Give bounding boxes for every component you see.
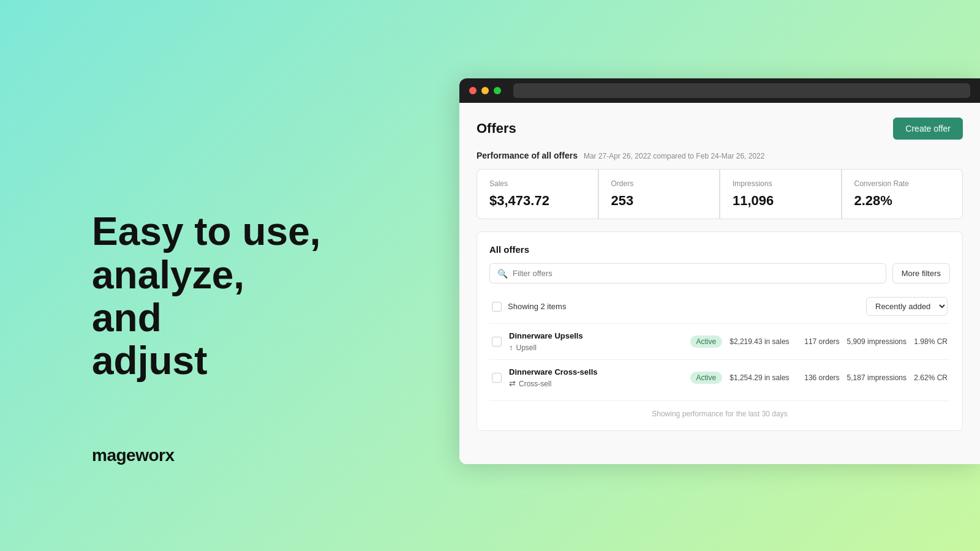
metric-value: 253 [611,193,707,209]
offer-cr: 2.62% CR [914,373,948,382]
offer-type-icon: ↑ [509,343,513,352]
search-wrapper: 🔍 [489,263,886,283]
metric-label: Conversion Rate [854,179,951,188]
left-panel: Easy to use, analyze, and adjust magewor… [0,0,361,551]
offer-type: ⇄ Cross-sell [509,379,683,388]
offer-orders: 136 orders [797,373,840,382]
performance-header: Performance of all offers Mar 27-Apr 26,… [477,151,963,160]
minimize-button-icon[interactable] [481,87,489,94]
more-filters-button[interactable]: More filters [892,263,950,283]
sort-select[interactable]: Recently addedNameSalesOrders [866,297,948,316]
performance-date-range: Mar 27-Apr 26, 2022 compared to Feb 24-M… [584,152,765,160]
showing-count-row: Showing 2 items [492,302,566,312]
offer-info: Dinnerware Upsells ↑ Upsell [509,331,683,352]
performance-title: Performance of all offers [477,151,578,160]
close-button-icon[interactable] [469,87,477,94]
search-input[interactable] [513,264,878,283]
app-content: Offers Create offer Performance of all o… [459,103,980,464]
page-header: Offers Create offer [477,118,963,140]
metric-value: 11,096 [733,193,829,209]
all-offers-section: All offers 🔍 More filters Showing 2 item… [477,231,963,431]
metric-label: Orders [611,179,707,188]
offer-checkbox[interactable] [492,373,502,383]
browser-window: Offers Create offer Performance of all o… [459,78,980,464]
offer-type-label: Cross-sell [519,380,551,388]
filter-row: 🔍 More filters [489,263,950,283]
metric-card: Impressions 11,096 [720,170,841,219]
offer-sales: $1,254.29 in sales [729,373,789,382]
offer-orders: 117 orders [797,337,840,346]
select-all-checkbox[interactable] [492,302,502,312]
offer-name: Dinnerware Upsells [509,331,683,340]
metric-value: 2.28% [854,193,951,209]
showing-count-text: Showing 2 items [508,302,566,311]
metric-card: Sales $3,473.72 [477,170,598,219]
metric-card: Conversion Rate 2.28% [842,170,963,219]
page-title: Offers [477,121,516,137]
offer-type-icon: ⇄ [509,379,516,388]
offer-info: Dinnerware Cross-sells ⇄ Cross-sell [509,367,683,388]
all-offers-title: All offers [489,244,950,255]
offer-name: Dinnerware Cross-sells [509,367,683,377]
status-badge: Active [690,335,723,348]
metric-card: Orders 253 [599,170,720,219]
offer-type: ↑ Upsell [509,343,683,352]
url-bar [513,83,970,98]
offer-cr: 1.98% CR [914,337,948,346]
offer-row: Dinnerware Cross-sells ⇄ Cross-sell Acti… [489,359,950,395]
metric-label: Impressions [733,179,829,188]
offer-checkbox[interactable] [492,337,502,347]
status-badge: Active [690,372,723,384]
metric-label: Sales [489,179,586,188]
browser-chrome [459,78,980,103]
hero-text: Easy to use, analyze, and adjust [92,210,325,383]
offer-type-label: Upsell [516,343,537,352]
offer-impressions: 5,909 impressions [847,337,907,346]
metric-value: $3,473.72 [489,193,586,209]
brand-logo: mageworx [92,446,325,465]
offer-row: Dinnerware Upsells ↑ Upsell Active $2,21… [489,323,950,359]
offers-list: Dinnerware Upsells ↑ Upsell Active $2,21… [489,323,950,395]
list-header: Showing 2 items Recently addedNameSalesO… [489,292,950,321]
offer-impressions: 5,187 impressions [847,373,907,382]
offer-sales: $2,219.43 in sales [729,337,789,346]
fullscreen-button-icon[interactable] [494,87,501,94]
create-offer-button[interactable]: Create offer [893,118,963,140]
performance-footer: Showing performance for the last 30 days [489,400,950,418]
search-icon: 🔍 [497,269,508,279]
metrics-row: Sales $3,473.72 Orders 253 Impressions 1… [477,169,963,219]
